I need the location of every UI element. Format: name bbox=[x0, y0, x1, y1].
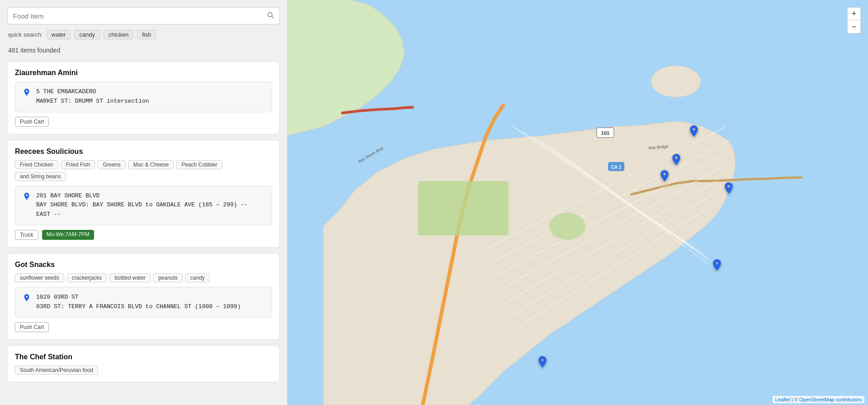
svg-text:CA 1: CA 1 bbox=[611, 165, 622, 170]
card-got-snacks: Got Snacks sunflower seeds crackerjacks … bbox=[7, 253, 280, 340]
card-the-chef-station: The Chef Station South American/Peruvian… bbox=[7, 345, 280, 382]
map-marker-4[interactable] bbox=[723, 182, 734, 199]
svg-point-5 bbox=[651, 66, 701, 97]
items-count: 481 items founded bbox=[7, 45, 280, 56]
location-box: 5 THE EMBARCADERO MARKET ST: DRUMM ST in… bbox=[15, 81, 272, 112]
tag-string-beans: and String beans bbox=[15, 172, 66, 181]
zoom-controls: + − bbox=[847, 7, 861, 33]
osm-link[interactable]: © OpenStreetMap contributors bbox=[794, 397, 862, 402]
card-title: Got Snacks bbox=[15, 261, 272, 269]
tag-peanuts: peanuts bbox=[153, 273, 183, 282]
badge-truck[interactable]: Truck bbox=[15, 230, 38, 240]
tag-crackerjacks: crackerjacks bbox=[67, 273, 107, 282]
map-panel[interactable]: 101 CA 1 Bay Shore Blvd Bay Bridge bbox=[287, 0, 868, 405]
left-panel: quick search: water candy chicken fish 4… bbox=[0, 0, 287, 405]
location-box: 201 BAY SHORE BLVD BAY SHORE BLVD: BAY S… bbox=[15, 186, 272, 225]
food-tags: Fried Chicken Fried Fish Greens Mac & Ch… bbox=[15, 160, 272, 181]
tag-fried-chicken: Fried Chicken bbox=[15, 160, 58, 169]
food-tags: South American/Peruvian food bbox=[15, 366, 272, 375]
food-tags: sunflower seeds crackerjacks bottled wat… bbox=[15, 273, 272, 282]
map-container[interactable]: 101 CA 1 Bay Shore Blvd Bay Bridge bbox=[287, 0, 868, 405]
map-marker-6[interactable] bbox=[537, 356, 548, 372]
quick-tag-fish[interactable]: fish bbox=[137, 30, 156, 39]
location-text: 5 THE EMBARCADERO MARKET ST: DRUMM ST in… bbox=[36, 87, 149, 106]
badges: Truck Mo-We:7AM-7PM bbox=[15, 230, 272, 240]
svg-rect-18 bbox=[418, 181, 509, 235]
badge-push-cart[interactable]: Push Cart bbox=[15, 322, 49, 332]
leaflet-link[interactable]: Leaflet bbox=[775, 397, 790, 402]
search-input[interactable] bbox=[13, 12, 263, 20]
location-text: 201 BAY SHORE BLVD BAY SHORE BLVD: BAY S… bbox=[36, 191, 265, 219]
map-pin-icon bbox=[22, 192, 32, 202]
tag-bottled-water: bottled water bbox=[109, 273, 151, 282]
tag-sunflower-seeds: sunflower seeds bbox=[15, 273, 64, 282]
badge-hours[interactable]: Mo-We:7AM-7PM bbox=[42, 230, 94, 240]
quick-tag-chicken[interactable]: chicken bbox=[104, 30, 133, 39]
map-marker-5[interactable] bbox=[712, 259, 722, 276]
quick-search-label: quick search: bbox=[8, 31, 43, 38]
tag-fried-fish: Fried Fish bbox=[61, 160, 95, 169]
map-marker-1[interactable] bbox=[689, 125, 699, 142]
badges: Push Cart bbox=[15, 322, 272, 332]
card-title: Ziaurehman Amini bbox=[15, 69, 272, 77]
map-marker-2[interactable] bbox=[671, 154, 682, 170]
search-box bbox=[7, 7, 280, 24]
map-pin-icon bbox=[22, 88, 32, 98]
zoom-in-button[interactable]: + bbox=[848, 8, 860, 20]
tag-mac-cheese: Mac & Cheese bbox=[128, 160, 174, 169]
map-svg: 101 CA 1 Bay Shore Blvd Bay Bridge bbox=[287, 0, 868, 405]
card-ziaurehman-amini: Ziaurehman Amini 5 THE EMBARCADERO MARKE… bbox=[7, 61, 280, 134]
tag-peach-cobbler: Peach Cobbler bbox=[176, 160, 222, 169]
tag-cuisine: South American/Peruvian food bbox=[15, 366, 98, 375]
svg-line-1 bbox=[272, 16, 274, 18]
svg-text:101: 101 bbox=[601, 130, 609, 136]
quick-search-bar: quick search: water candy chicken fish bbox=[7, 30, 280, 39]
quick-tag-water[interactable]: water bbox=[47, 30, 71, 39]
quick-tag-candy[interactable]: candy bbox=[74, 30, 100, 39]
badge-push-cart[interactable]: Push Cart bbox=[15, 117, 49, 127]
svg-point-19 bbox=[549, 213, 585, 240]
search-icon[interactable] bbox=[267, 11, 274, 20]
tag-greens: Greens bbox=[98, 160, 125, 169]
card-reecees-soulicious: Reecees Soulicious Fried Chicken Fried F… bbox=[7, 140, 280, 248]
map-marker-3[interactable] bbox=[659, 170, 670, 186]
map-pin-icon bbox=[22, 294, 32, 304]
zoom-out-button[interactable]: − bbox=[848, 20, 860, 33]
card-title: The Chef Station bbox=[15, 353, 272, 361]
tag-candy: candy bbox=[185, 273, 210, 282]
card-title: Reecees Soulicious bbox=[15, 148, 272, 156]
location-text: 1020 03RD ST 03RD ST: TERRY A FRANCOIS B… bbox=[36, 293, 241, 312]
map-attribution: Leaflet | © OpenStreetMap contributors bbox=[773, 396, 864, 403]
location-box: 1020 03RD ST 03RD ST: TERRY A FRANCOIS B… bbox=[15, 287, 272, 318]
badges: Push Cart bbox=[15, 117, 272, 127]
